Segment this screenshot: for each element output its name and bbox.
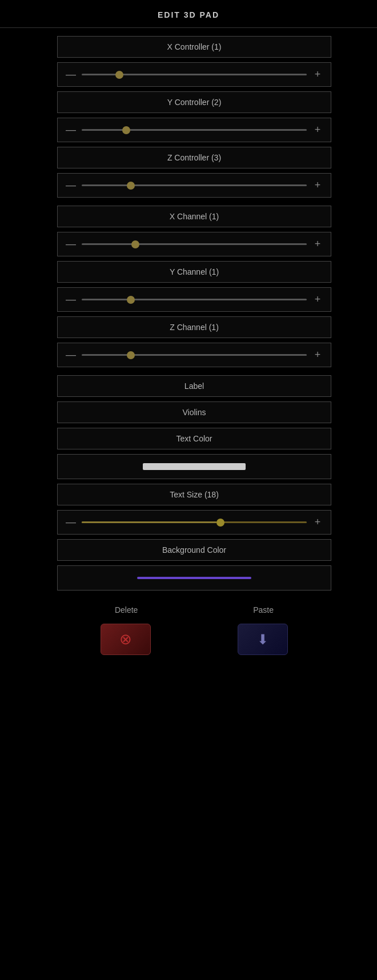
text-size-slider[interactable]: — + — [57, 510, 331, 535]
text-size-minus[interactable]: — — [66, 516, 76, 528]
z-channel-thumb[interactable] — [127, 351, 135, 359]
background-color-bar — [137, 577, 251, 579]
x-channel-slider[interactable]: — + — [57, 232, 331, 256]
x-controller-track[interactable] — [82, 74, 307, 75]
text-size-plus[interactable]: + — [312, 516, 323, 528]
delete-button[interactable]: ⊗ — [101, 624, 151, 655]
x-channel-track[interactable] — [82, 243, 307, 245]
z-controller-plus[interactable]: + — [312, 179, 323, 191]
x-channel-label[interactable]: X Channel (1) — [57, 206, 331, 227]
y-controller-label[interactable]: Y Controller (2) — [57, 91, 331, 113]
delete-icon: ⊗ — [119, 630, 132, 648]
x-channel-minus[interactable]: — — [66, 238, 76, 250]
y-channel-track[interactable] — [82, 299, 307, 300]
paste-icon: ⬇ — [257, 632, 268, 648]
paste-button[interactable]: ⬇ — [238, 624, 288, 655]
y-channel-slider[interactable]: — + — [57, 287, 331, 312]
label-field-label: Label — [57, 375, 331, 397]
text-color-preview[interactable] — [57, 454, 331, 479]
x-controller-label[interactable]: X Controller (1) — [57, 36, 331, 58]
z-channel-label[interactable]: Z Channel (1) — [57, 316, 331, 338]
edit-3d-pad-panel: EDIT 3D PAD X Controller (1) — + Y Contr… — [0, 0, 377, 671]
x-channel-plus[interactable]: + — [312, 238, 323, 250]
text-color-label[interactable]: Text Color — [57, 428, 331, 449]
paste-label: Paste — [253, 605, 274, 614]
y-channel-thumb[interactable] — [127, 296, 135, 304]
z-controller-thumb[interactable] — [127, 182, 135, 190]
icon-buttons-row: ⊗ ⬇ — [0, 619, 377, 660]
y-channel-plus[interactable]: + — [312, 294, 323, 306]
z-channel-plus[interactable]: + — [312, 349, 323, 361]
y-controller-minus[interactable]: — — [66, 124, 76, 136]
text-color-bar — [143, 463, 246, 470]
z-channel-track[interactable] — [82, 354, 307, 356]
text-size-label[interactable]: Text Size (18) — [57, 484, 331, 505]
y-controller-slider[interactable]: — + — [57, 118, 331, 142]
y-channel-label[interactable]: Y Channel (1) — [57, 261, 331, 283]
y-controller-thumb[interactable] — [122, 126, 130, 134]
z-controller-slider[interactable]: — + — [57, 173, 331, 198]
z-controller-track[interactable] — [82, 184, 307, 186]
z-channel-slider[interactable]: — + — [57, 343, 331, 367]
x-controller-thumb[interactable] — [115, 71, 123, 79]
action-labels-row: Delete Paste — [0, 601, 377, 619]
x-controller-slider[interactable]: — + — [57, 62, 331, 87]
label-field-value[interactable]: Violins — [57, 401, 331, 423]
x-controller-minus[interactable]: — — [66, 69, 76, 81]
panel-title: EDIT 3D PAD — [0, 0, 377, 28]
text-size-track[interactable] — [82, 521, 307, 523]
y-channel-minus[interactable]: — — [66, 294, 76, 306]
x-controller-plus[interactable]: + — [312, 69, 323, 81]
z-controller-label[interactable]: Z Controller (3) — [57, 147, 331, 168]
background-color-label[interactable]: Background Color — [57, 539, 331, 561]
z-channel-minus[interactable]: — — [66, 349, 76, 361]
background-color-preview[interactable] — [57, 565, 331, 591]
text-size-thumb[interactable] — [216, 519, 224, 527]
z-controller-minus[interactable]: — — [66, 179, 76, 191]
y-controller-track[interactable] — [82, 129, 307, 131]
delete-label: Delete — [115, 605, 138, 614]
y-controller-plus[interactable]: + — [312, 124, 323, 136]
x-channel-thumb[interactable] — [131, 240, 139, 248]
